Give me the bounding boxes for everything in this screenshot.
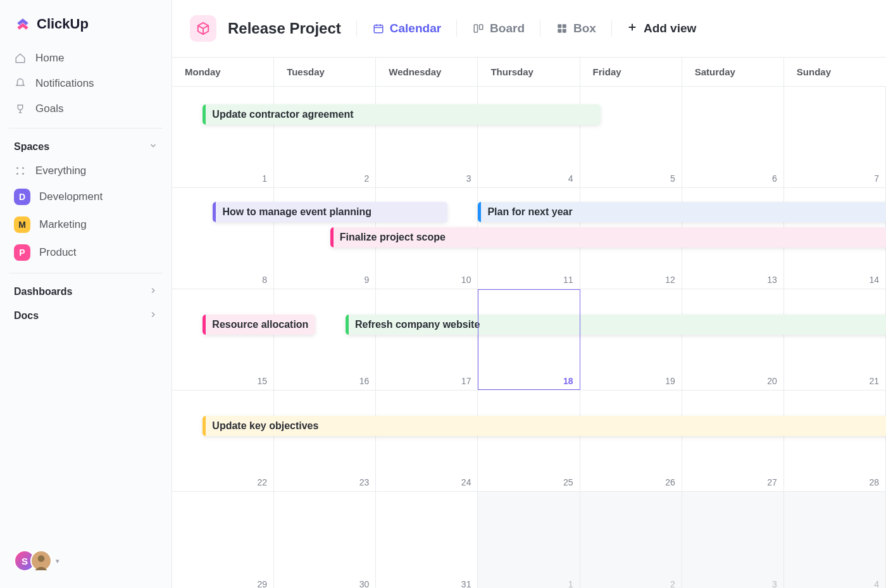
day-cell[interactable]: 20 <box>682 289 784 390</box>
docs-header[interactable]: Docs <box>0 304 172 328</box>
event-title: Update contractor agreement <box>212 109 353 120</box>
calendar-event[interactable]: Update key objectives <box>203 416 886 436</box>
sidebar-space-product[interactable]: P Product <box>0 239 172 266</box>
tab-calendar[interactable]: Calendar <box>372 22 441 35</box>
day-cell[interactable]: 31 <box>376 492 478 588</box>
day-number: 6 <box>772 173 777 184</box>
day-cell[interactable]: 27 <box>682 391 784 491</box>
calendar-event[interactable]: Update contractor agreement <box>203 104 600 125</box>
sidebar-space-development[interactable]: D Development <box>0 183 172 211</box>
tab-label: Calendar <box>390 22 441 35</box>
day-cell[interactable]: 25 <box>478 391 580 491</box>
day-cell[interactable]: 15 <box>172 289 274 390</box>
event-title: How to manage event planning <box>222 206 371 218</box>
day-cell[interactable]: 22 <box>172 391 274 491</box>
day-cell[interactable]: 18 <box>478 289 580 390</box>
divider <box>540 20 540 37</box>
tab-box[interactable]: Box <box>556 22 596 35</box>
day-cell[interactable]: 23 <box>274 391 376 491</box>
day-header: Monday <box>172 58 274 86</box>
calendar-week: 1234567Update contractor agreement <box>172 87 886 188</box>
svg-point-3 <box>22 173 24 175</box>
space-badge: D <box>14 189 30 205</box>
space-label: Marketing <box>39 218 87 231</box>
day-number: 1 <box>568 579 573 588</box>
day-cell[interactable]: 19 <box>580 289 682 390</box>
tab-label: Board <box>490 22 525 35</box>
day-number: 7 <box>874 173 879 184</box>
chevron-down-icon <box>149 141 158 153</box>
avatar <box>30 550 52 572</box>
day-number: 1 <box>262 173 267 184</box>
day-cell[interactable]: 26 <box>580 391 682 491</box>
day-cell[interactable]: 1 <box>172 87 274 187</box>
calendar-event[interactable]: How to manage event planning <box>213 202 447 222</box>
day-cell[interactable]: 24 <box>376 391 478 491</box>
calendar-event[interactable]: Plan for next year <box>478 202 886 222</box>
day-number: 28 <box>869 477 879 487</box>
day-cell[interactable]: 2 <box>580 492 682 588</box>
box-icon <box>556 22 568 35</box>
plus-icon <box>627 22 637 35</box>
space-label: Product <box>39 246 77 259</box>
day-cell[interactable]: 2 <box>274 87 376 187</box>
svg-rect-11 <box>563 29 566 33</box>
calendar-event[interactable]: Resource allocation <box>203 315 315 335</box>
day-number: 21 <box>869 376 879 386</box>
day-cell[interactable]: 4 <box>478 87 580 187</box>
day-header: Tuesday <box>274 58 376 86</box>
day-number: 27 <box>767 477 777 487</box>
day-cell[interactable]: 7 <box>784 87 886 187</box>
nav-notifications-label: Notifications <box>35 77 94 90</box>
calendar-event[interactable]: Finalize project scope <box>330 227 886 247</box>
spaces-header[interactable]: Spaces <box>0 135 172 159</box>
day-cell[interactable]: 30 <box>274 492 376 588</box>
sidebar-space-marketing[interactable]: M Marketing <box>0 211 172 239</box>
logo[interactable]: ClickUp <box>0 8 172 46</box>
day-cell[interactable]: 3 <box>682 492 784 588</box>
event-title: Finalize project scope <box>340 232 446 243</box>
event-title: Resource allocation <box>212 319 308 330</box>
day-number: 30 <box>359 579 370 588</box>
day-cell[interactable]: 28 <box>784 391 886 491</box>
nav-home[interactable]: Home <box>0 46 172 71</box>
divider <box>9 273 163 273</box>
day-number: 2 <box>670 579 675 588</box>
day-cell[interactable]: 17 <box>376 289 478 390</box>
event-color-bar <box>478 202 481 222</box>
add-view-button[interactable]: Add view <box>627 22 696 35</box>
svg-rect-9 <box>563 24 566 28</box>
event-color-bar <box>203 315 206 335</box>
day-cell[interactable]: 21 <box>784 289 886 390</box>
day-cell[interactable]: 16 <box>274 289 376 390</box>
day-cell[interactable]: 29 <box>172 492 274 588</box>
day-number: 3 <box>466 173 471 184</box>
svg-point-0 <box>16 167 18 169</box>
nav-goals[interactable]: Goals <box>0 96 172 122</box>
space-badge: P <box>14 244 30 261</box>
nav-home-label: Home <box>35 52 64 65</box>
sidebar-item-everything[interactable]: Everything <box>0 159 172 183</box>
avatar-stack: S <box>14 550 52 572</box>
dashboards-header[interactable]: Dashboards <box>0 280 172 304</box>
day-number: 11 <box>563 275 573 285</box>
chevron-right-icon <box>149 286 158 297</box>
day-cell[interactable]: 4 <box>784 492 886 588</box>
divider <box>456 20 457 37</box>
day-cell[interactable]: 6 <box>682 87 784 187</box>
divider <box>611 20 612 37</box>
tab-board[interactable]: Board <box>472 22 525 35</box>
day-cell[interactable]: 1 <box>478 492 580 588</box>
calendar-event[interactable]: Refresh company website <box>346 315 886 335</box>
day-header: Friday <box>580 58 682 86</box>
nav-notifications[interactable]: Notifications <box>0 71 172 96</box>
day-cell[interactable]: 3 <box>376 87 478 187</box>
event-color-bar <box>346 315 349 335</box>
day-cell[interactable]: 5 <box>580 87 682 187</box>
day-number: 4 <box>568 173 573 184</box>
user-menu[interactable]: S ▾ <box>0 541 172 580</box>
day-number: 24 <box>461 477 471 487</box>
add-view-label: Add view <box>644 22 696 35</box>
day-number: 25 <box>563 477 573 487</box>
event-color-bar <box>213 202 216 222</box>
